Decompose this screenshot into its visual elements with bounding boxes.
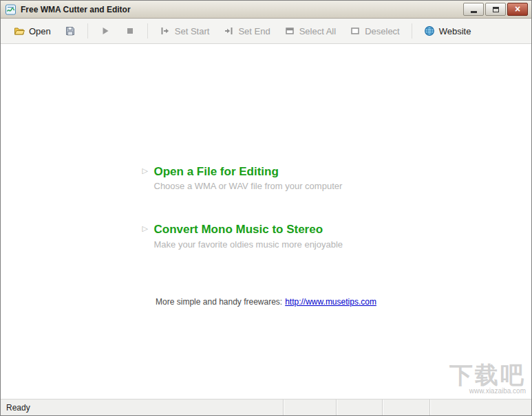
convert-mono-action-title: Convert Mono Music to Stereo [154,223,390,237]
status-panel [430,399,531,415]
close-button[interactable]: × [507,3,528,16]
play-icon [100,25,111,36]
convert-mono-action-subtitle: Make your favorite oldies music more enj… [154,239,390,251]
open-folder-icon [14,25,25,36]
deselect-label: Deselect [365,26,400,36]
toolbar-separator [147,23,148,39]
select-all-icon [284,25,295,36]
set-start-button: Set Start [153,22,216,40]
set-end-label: Set End [238,26,270,36]
musetips-link[interactable]: http://www.musetips.com [285,297,376,307]
footer-text: More simple and handy freewares: [156,297,282,307]
stop-icon [125,25,136,36]
window-controls: × [463,3,528,16]
open-file-action-title: Open a File for Editing [154,165,390,179]
status-panel-ready: Ready [1,399,284,415]
set-start-label: Set Start [175,26,210,36]
set-end-button: Set End [217,22,276,40]
toolbar-separator [412,23,412,39]
deselect-icon [350,25,361,36]
open-button-label: Open [29,26,51,36]
website-label: Website [439,26,471,36]
minimize-button[interactable] [463,3,484,16]
app-icon [5,4,17,15]
watermark: 下载吧 www.xiazaiba.com [449,363,526,395]
open-button[interactable]: Open [8,22,57,40]
client-area: ▷ Open a File for Editing Choose a WMA o… [1,44,531,399]
status-panel [337,399,383,415]
convert-mono-action[interactable]: ▷ Convert Mono Music to Stereo Make your… [142,223,390,250]
website-button[interactable]: Website [418,22,478,40]
minimize-icon [471,11,477,13]
status-panel [284,399,337,415]
watermark-title: 下载吧 [449,363,526,386]
statusbar: Ready [1,399,531,415]
stop-button [118,22,142,40]
maximize-icon [493,7,499,12]
select-all-label: Select All [299,26,336,36]
deselect-button: Deselect [343,22,406,40]
status-panel [383,399,430,415]
globe-icon [424,25,435,36]
save-floppy-icon [65,25,76,36]
titlebar[interactable]: Free WMA Cutter and Editor × [1,1,531,19]
set-end-icon [223,25,234,36]
status-text: Ready [6,403,30,413]
maximize-button[interactable] [485,3,506,16]
freeware-footer: More simple and handy freewares:http://w… [1,297,531,307]
open-file-action[interactable]: ▷ Open a File for Editing Choose a WMA o… [142,165,390,193]
save-button [58,22,82,40]
arrow-bullet-icon: ▷ [142,167,148,175]
play-button [94,22,117,40]
task-links: ▷ Open a File for Editing Choose a WMA o… [142,165,390,281]
open-file-action-subtitle: Choose a WMA or WAV file from your compu… [154,181,390,193]
app-window: Free WMA Cutter and Editor × Open [0,0,532,416]
window-title: Free WMA Cutter and Editor [21,5,463,14]
close-icon: × [515,4,520,14]
set-start-icon [160,25,171,36]
arrow-bullet-icon: ▷ [142,225,148,232]
watermark-url: www.xiazaiba.com [449,388,526,395]
select-all-button: Select All [278,22,342,40]
toolbar: Open [1,19,531,44]
toolbar-separator [87,23,88,39]
